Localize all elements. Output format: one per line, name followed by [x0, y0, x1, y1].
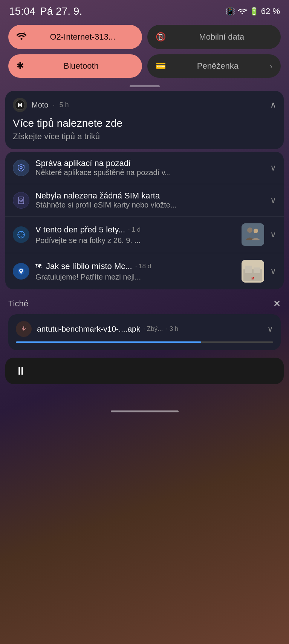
download-chevron[interactable]: ∨: [267, 324, 273, 334]
background-apps-body: Některé aplikace spuštěné na pozadí v...: [35, 168, 264, 177]
status-icons: 📳 ↑ 🔋 62 %: [226, 6, 280, 16]
bluetooth-toggle[interactable]: ✱ Bluetooth: [8, 54, 142, 78]
svg-rect-13: [242, 223, 264, 246]
status-date: Pá 27. 9.: [40, 5, 82, 17]
download-filename: antutu-benchmark-v10-....apk: [37, 324, 140, 334]
moto-app-name: Moto: [32, 101, 48, 109]
memories-title: V tento den před 5 lety...: [35, 225, 125, 235]
maps-header-row: 🗺 Jak se líbilo místo Mc... · 18 d: [35, 261, 235, 271]
media-player[interactable]: ⏸: [5, 358, 284, 384]
vibrate-icon: 📳: [226, 7, 235, 16]
download-progress-bar: [16, 341, 273, 343]
status-bar: 15:04 Pá 27. 9. 📳 ↑ 🔋 62 %: [0, 0, 289, 21]
svg-text:↑: ↑: [246, 8, 247, 11]
download-icon: [16, 321, 32, 337]
battery-level: 62 %: [261, 6, 280, 16]
drag-line: [130, 85, 160, 87]
moto-app-info: M Moto · 5 h: [13, 98, 69, 112]
download-content: antutu-benchmark-v10-....apk · Zbý... · …: [37, 324, 262, 334]
maps-body: Gratulujeme! Patříte mezi nejl...: [35, 273, 235, 281]
download-progress-fill: [16, 341, 201, 343]
home-line: [111, 410, 179, 412]
moto-notif-title: Více tipů naleznete zde: [13, 117, 276, 129]
moto-notif-dot: ·: [53, 101, 55, 109]
maps-title: Jak se líbilo místo Mc...: [46, 261, 132, 271]
svg-point-17: [20, 270, 22, 272]
svg-point-2: [21, 38, 23, 40]
wallet-toggle-arrow: ›: [270, 62, 272, 71]
battery-icon: 🔋: [249, 7, 259, 16]
silent-label: Tiché: [8, 299, 28, 309]
silent-header: Tiché ✕: [8, 298, 281, 309]
moto-notif-body: Získejte více tipů a triků: [13, 132, 276, 141]
mobile-data-toggle-icon: 📵: [156, 32, 166, 42]
svg-point-15: [254, 229, 258, 233]
maps-notification[interactable]: 🗺 Jak se líbilo místo Mc... · 18 d Gratu…: [5, 253, 284, 289]
svg-text:↑: ↑: [24, 32, 26, 35]
bluetooth-toggle-icon: ✱: [17, 61, 23, 71]
maps-thumbnail: M: [242, 260, 264, 283]
moto-notif-time: 5 h: [59, 101, 69, 109]
maps-content: 🗺 Jak se líbilo místo Mc... · 18 d Gratu…: [35, 261, 235, 281]
svg-text:M: M: [251, 277, 254, 280]
moto-notif-header: M Moto · 5 h ∧: [13, 98, 276, 112]
sim-card-title: Nebyla nalezena žádná SIM karta: [35, 191, 264, 201]
maps-icon: [13, 263, 29, 280]
wallet-toggle-label: Peněženka: [171, 61, 265, 71]
notifications-container: M Moto · 5 h ∧ Více tipů naleznete zde Z…: [0, 91, 289, 291]
download-notification[interactable]: antutu-benchmark-v10-....apk · Zbý... · …: [8, 314, 281, 350]
wallet-toggle[interactable]: 💳 Peněženka ›: [147, 54, 281, 78]
wallet-toggle-icon: 💳: [156, 61, 166, 71]
download-header-row: antutu-benchmark-v10-....apk · Zbý... · …: [16, 321, 273, 337]
sim-card-chevron[interactable]: ∨: [270, 195, 276, 205]
svg-point-14: [247, 227, 252, 233]
sim-card-notification[interactable]: ? Nebyla nalezena žádná SIM karta Stáhně…: [5, 184, 284, 217]
drag-handle: [0, 84, 289, 91]
svg-rect-20: [245, 266, 252, 273]
memories-thumbnail: [242, 223, 264, 246]
memories-body: Podívejte se na fotky z 26. 9. ...: [35, 236, 235, 245]
svg-text:M: M: [18, 102, 22, 108]
bluetooth-toggle-label: Bluetooth: [29, 61, 134, 71]
memories-notification[interactable]: V tento den před 5 lety... · 1 d Podívej…: [5, 217, 284, 253]
download-meta-time: · 3 h: [166, 325, 178, 333]
svg-point-0: [242, 13, 243, 14]
svg-text:?: ?: [20, 200, 22, 203]
wifi-toggle[interactable]: ↑ O2-Internet-313...: [8, 25, 142, 49]
maps-inline-icon: 🗺: [35, 263, 41, 270]
wifi-toggle-label: O2-Internet-313...: [32, 32, 134, 42]
memories-header-row: V tento den před 5 lety... · 1 d: [35, 225, 235, 235]
sim-card-body: Stáhněte si profil eSIM karty nebo vložt…: [35, 201, 264, 209]
wifi-status-icon: ↑: [237, 7, 247, 16]
moto-notification: M Moto · 5 h ∧ Více tipů naleznete zde Z…: [5, 91, 284, 149]
background-apps-title: Správa aplikací na pozadí: [35, 158, 264, 168]
mobile-data-toggle[interactable]: 📵 Mobilní data: [147, 25, 281, 49]
svg-rect-21: [254, 267, 260, 273]
moto-notif-collapse-icon[interactable]: ∧: [270, 100, 276, 110]
download-meta-zbyvá: · Zbý...: [143, 325, 163, 333]
sim-card-icon: ?: [13, 192, 29, 209]
svg-point-7: [21, 167, 21, 168]
notification-group: Správa aplikací na pozadí Některé aplika…: [5, 152, 284, 289]
background-apps-chevron[interactable]: ∨: [270, 163, 276, 173]
mobile-data-toggle-label: Mobilní data: [171, 32, 273, 42]
wifi-toggle-icon: ↑: [17, 32, 26, 42]
maps-time: · 18 d: [135, 263, 151, 270]
download-title-row: antutu-benchmark-v10-....apk · Zbý... · …: [37, 324, 262, 334]
silent-section: Tiché ✕ antutu-benchmark-v10-....apk · Z…: [0, 291, 289, 358]
background-apps-icon: [13, 160, 29, 176]
status-time: 15:04: [9, 5, 35, 17]
home-indicator: [0, 403, 289, 416]
sim-card-content: Nebyla nalezena žádná SIM karta Stáhněte…: [35, 191, 264, 209]
media-pause-icon[interactable]: ⏸: [15, 364, 26, 377]
moto-app-icon: M: [13, 98, 27, 112]
background-apps-content: Správa aplikací na pozadí Některé aplika…: [35, 158, 264, 177]
memories-icon: [13, 226, 29, 243]
quick-toggles: ↑ O2-Internet-313... 📵 Mobilní data ✱ Bl…: [0, 21, 289, 84]
memories-chevron[interactable]: ∨: [270, 230, 276, 240]
background-apps-notification[interactable]: Správa aplikací na pozadí Některé aplika…: [5, 152, 284, 184]
memories-content: V tento den před 5 lety... · 1 d Podívej…: [35, 225, 235, 245]
maps-chevron[interactable]: ∨: [270, 266, 276, 276]
silent-close-button[interactable]: ✕: [273, 298, 281, 309]
memories-time: · 1 d: [128, 226, 141, 234]
